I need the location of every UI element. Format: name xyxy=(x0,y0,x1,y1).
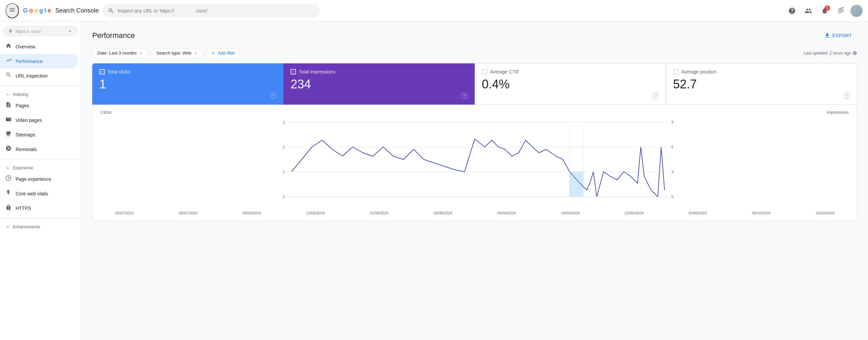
search-input[interactable] xyxy=(118,8,314,14)
total-impressions-value: 234 xyxy=(291,77,468,91)
date-filter[interactable]: Date: Last 3 months xyxy=(92,48,149,58)
enhancements-section-header[interactable]: Enhancements xyxy=(0,221,81,231)
x-label-3: 13/08/2024 xyxy=(306,211,325,215)
sidebar-item-video-pages[interactable]: Video pages xyxy=(0,113,78,127)
enhancements-collapse-icon xyxy=(5,225,10,229)
impressions-spike-area xyxy=(570,172,583,197)
svg-text:2: 2 xyxy=(283,145,285,149)
sidebar-item-overview[interactable]: Overview xyxy=(0,39,78,54)
topbar: Google Search Console 5 xyxy=(0,0,868,22)
home-icon xyxy=(5,43,12,50)
topbar-actions: 5 xyxy=(785,4,863,18)
url-inspection-label: URL inspection xyxy=(16,73,47,79)
x-label-6: 06/09/2024 xyxy=(497,211,516,215)
pages-icon xyxy=(5,102,12,109)
search-icon xyxy=(108,8,114,14)
date-chevron-icon xyxy=(139,51,143,56)
sidebar-divider-3 xyxy=(0,218,81,218)
average-ctr-info[interactable]: ? xyxy=(653,93,659,99)
notification-badge: 5 xyxy=(825,5,830,11)
average-position-label: Average position xyxy=(681,69,716,75)
average-position-value: 52.7 xyxy=(673,77,850,91)
video-pages-label: Video pages xyxy=(16,118,42,123)
x-label-5: 29/08/2024 xyxy=(433,211,452,215)
sidebar-item-performance[interactable]: Performance xyxy=(0,54,78,68)
svg-text:3: 3 xyxy=(671,170,673,174)
core-web-vitals-label: Core web vitals xyxy=(16,191,48,196)
sidebar-divider-1 xyxy=(0,86,81,86)
menu-icon[interactable] xyxy=(5,3,19,18)
average-ctr-label: Average CTR xyxy=(490,69,519,75)
sidebar-item-page-experience[interactable]: Page experience xyxy=(0,172,78,186)
sidebar-item-removals[interactable]: Removals xyxy=(0,142,78,156)
sidebar-item-pages[interactable]: Pages xyxy=(0,98,78,113)
metrics-row: Total clicks 1 ? Total impressions 234 ? xyxy=(92,63,857,105)
add-filter-button[interactable]: Add filter xyxy=(206,48,240,58)
sidebar: https:// .com/ Overview Performance URL … xyxy=(0,22,81,340)
last-updated: Last updated: 2 hours ago xyxy=(804,51,857,56)
avatar[interactable] xyxy=(850,5,863,17)
page-header: Performance EXPORT xyxy=(92,30,857,41)
x-label-8: 22/09/2024 xyxy=(625,211,643,215)
total-impressions-info[interactable]: ? xyxy=(461,93,468,99)
experience-label: Experience xyxy=(13,166,33,170)
sidebar-divider-2 xyxy=(0,159,81,160)
total-clicks-value: 1 xyxy=(99,77,276,91)
sidebar-item-url-inspection[interactable]: URL inspection xyxy=(0,68,78,83)
average-position-info[interactable]: ? xyxy=(844,93,850,99)
download-icon xyxy=(824,33,830,39)
x-label-10: 08/10/2024 xyxy=(752,211,771,215)
total-clicks-label: Total clicks xyxy=(107,69,131,75)
collapse-icon xyxy=(5,92,10,97)
export-label: EXPORT xyxy=(832,33,852,38)
experience-section-header[interactable]: Experience xyxy=(0,162,81,172)
page-title: Performance xyxy=(92,31,135,40)
total-clicks-info[interactable]: ? xyxy=(270,93,276,99)
sidebar-item-https[interactable]: HTTPS xyxy=(0,201,78,215)
svg-text:0: 0 xyxy=(283,195,285,199)
layout: https:// .com/ Overview Performance URL … xyxy=(0,22,868,340)
search-bar[interactable] xyxy=(103,4,320,18)
average-ctr-checkbox[interactable] xyxy=(482,69,487,75)
x-label-0: 20/07/2024 xyxy=(115,211,134,215)
search-console-management-button[interactable] xyxy=(802,4,815,18)
page-experience-label: Page experience xyxy=(16,176,51,182)
video-pages-icon xyxy=(5,116,12,124)
performance-label: Performance xyxy=(16,59,43,64)
help-button[interactable] xyxy=(785,4,799,18)
metric-card-average-ctr[interactable]: Average CTR 0.4% ? xyxy=(475,63,666,105)
average-ctr-value: 0.4% xyxy=(482,77,659,91)
https-icon xyxy=(5,204,12,212)
metric-card-total-clicks[interactable]: Total clicks 1 ? xyxy=(92,63,283,105)
clicks-line xyxy=(292,139,665,197)
x-label-4: 21/08/2024 xyxy=(370,211,389,215)
average-position-checkbox[interactable] xyxy=(673,69,678,75)
metric-card-average-position[interactable]: Average position 52.7 ? xyxy=(666,63,857,105)
svg-text:3: 3 xyxy=(283,120,285,124)
x-label-1: 28/07/2024 xyxy=(179,211,197,215)
sidebar-item-core-web-vitals[interactable]: Core web vitals xyxy=(0,186,78,201)
chart-area: 3 2 1 0 9 6 3 0 xyxy=(101,115,849,210)
page-experience-icon xyxy=(5,175,12,183)
apps-button[interactable] xyxy=(834,4,848,18)
notifications-button[interactable]: 5 xyxy=(818,4,831,18)
pages-label: Pages xyxy=(16,103,29,108)
x-label-7: 14/09/2024 xyxy=(561,211,579,215)
chart-y-right-label: Impressions xyxy=(827,110,849,115)
filters-row: Date: Last 3 months Search type: Web Add… xyxy=(92,48,857,58)
sidebar-item-sitemaps[interactable]: Sitemaps xyxy=(0,127,78,142)
svg-text:0: 0 xyxy=(671,195,673,199)
core-web-vitals-icon xyxy=(5,190,12,197)
search-type-filter[interactable]: Search type: Web xyxy=(151,48,203,58)
x-label-11: 16/10/2024 xyxy=(816,211,834,215)
indexing-section-header[interactable]: Indexing xyxy=(0,89,81,98)
export-button[interactable]: EXPORT xyxy=(819,30,857,41)
property-selector[interactable]: https:// .com/ xyxy=(3,26,78,37)
chart-svg: 3 2 1 0 9 6 3 0 xyxy=(101,115,849,210)
metric-card-total-impressions[interactable]: Total impressions 234 ? xyxy=(283,63,475,105)
total-impressions-checkbox[interactable] xyxy=(291,69,296,75)
sitemaps-icon xyxy=(5,131,12,139)
total-clicks-checkbox[interactable] xyxy=(99,69,105,75)
removals-icon xyxy=(5,145,12,153)
svg-text:6: 6 xyxy=(671,145,673,149)
